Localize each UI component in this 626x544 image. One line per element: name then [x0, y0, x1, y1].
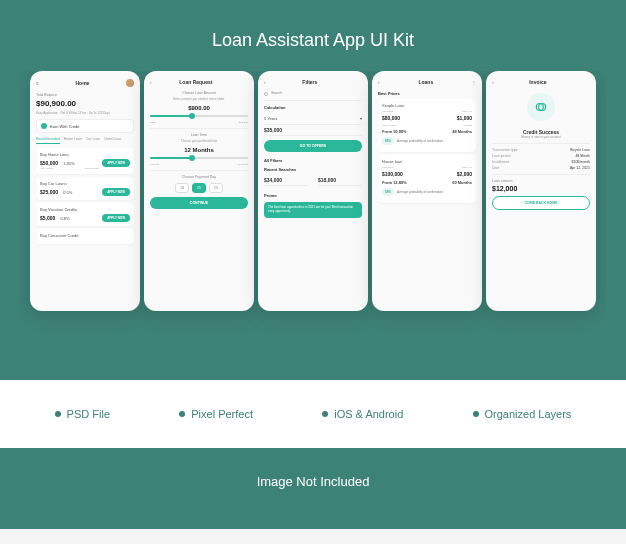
sub-label: Subscribe: [382, 166, 393, 169]
promo-card[interactable]: The best loan opportunities in 2021 are …: [264, 202, 362, 218]
from-value: From 10.00%: [382, 129, 407, 134]
amount-label: Choose Loan Amount: [150, 91, 248, 95]
bullet-icon: [473, 411, 479, 417]
loan-card[interactable]: Buy Home Loan $50,000 1.35% APPLY NOW Mi…: [36, 148, 134, 174]
hero-title: Loan Assistant App UI Kit: [20, 30, 606, 51]
earn-card[interactable]: Earn With Credit: [36, 119, 134, 133]
amount-field[interactable]: $35,000: [264, 125, 362, 136]
recent-item[interactable]: $34,000: [264, 175, 308, 186]
detail-value: Bicycle Loan: [570, 148, 590, 152]
all-filters-label: All Filters: [264, 158, 362, 163]
filter-icon[interactable]: ⋮: [472, 80, 476, 85]
loan-name: Buy Vacation Credits: [40, 207, 130, 212]
feature-item: Pixel Perfect: [179, 408, 253, 420]
day-chip-15[interactable]: 15: [192, 183, 206, 193]
loan-amount: $25,000: [40, 189, 58, 195]
detail-value: $100/month: [572, 160, 591, 164]
months-label: Months: [464, 124, 472, 127]
loan-name: Buy Home Loan: [40, 152, 130, 157]
term-max: 36 month: [238, 163, 248, 166]
loan-name: Buy Car Loans: [40, 181, 130, 186]
detail-label: Date: [492, 166, 499, 170]
hero-section: Loan Assistant App UI Kit ≡ Home Total B…: [0, 0, 626, 380]
tab-home-loan[interactable]: Home Loan: [64, 137, 82, 144]
bullet-icon: [322, 411, 328, 417]
term-dropdown[interactable]: 5 Years ▾: [264, 113, 362, 125]
amount-sub: Enter amount you need or move slider: [150, 97, 248, 101]
day-chip-25[interactable]: 25: [209, 183, 223, 193]
rate-label: Rate (%): [462, 166, 472, 169]
tab-recommended[interactable]: Recommended: [36, 137, 60, 144]
recent-row: $34,000 $18,000: [264, 175, 362, 189]
page-title: Home: [39, 80, 126, 86]
detail-value: Apr 12, 2021: [570, 166, 590, 170]
payday-label: Choose Payment Day: [150, 175, 248, 179]
from-label: From 10.00%: [382, 124, 397, 127]
offer-rate: $2,000: [457, 171, 472, 177]
term-value: 5 Years: [264, 116, 277, 121]
recent-item[interactable]: $18,000: [318, 175, 362, 186]
amount-label: Loan amount: [492, 179, 590, 183]
loan-card[interactable]: Buy Consumer Credit: [36, 229, 134, 244]
screen-home: ≡ Home Total Balance $90,900.00 Easy App…: [30, 71, 140, 311]
slider-max: $10,000: [239, 121, 248, 124]
invoice-amount: $12,000: [492, 185, 590, 192]
promo-label: Promo: [264, 193, 362, 198]
tagline: Easy Application · Get It Within 24 hrs …: [36, 111, 134, 115]
offer-rate: $1,000: [457, 115, 472, 121]
loan-card[interactable]: Buy Car Loans $25,000 0.5% APPLY NOW: [36, 177, 134, 200]
term-slider[interactable]: [150, 157, 248, 159]
come-back-home-button[interactable]: COME BACK HOME: [492, 196, 590, 210]
detail-label: Installment: [492, 160, 509, 164]
loan-offer-card[interactable]: Simple Loan Subscribe Rate (%) $80,000 $…: [378, 99, 476, 152]
success-icon: [527, 93, 555, 121]
offer-amount: $80,000: [382, 115, 400, 121]
term-min: 3 month: [150, 163, 159, 166]
detail-label: Transaction type: [492, 148, 518, 152]
loan-name: Simple Loan: [382, 103, 472, 108]
amount-slider[interactable]: [150, 115, 248, 117]
probability-badge: 80%: [382, 137, 394, 145]
apply-button[interactable]: APPLY NOW: [102, 188, 130, 196]
min-label: Min Amount: [40, 167, 53, 170]
page-title: Filters: [266, 79, 354, 85]
search-placeholder: Search: [271, 91, 282, 95]
months-value: 48 Months: [452, 129, 472, 134]
screen-loans: ‹ Loans ⋮ Best Prices Simple Loan Subscr…: [372, 71, 482, 311]
page-title: Loan Request: [152, 79, 240, 85]
loan-offer-card[interactable]: House loan Subscribe Rate (%) $100,000 $…: [378, 155, 476, 203]
earn-label: Earn With Credit: [50, 124, 79, 129]
apply-button[interactable]: APPLY NOW: [102, 214, 130, 222]
loan-name: Buy Consumer Credit: [40, 233, 130, 238]
probability-badge: 58%: [382, 188, 394, 196]
rate-label: Interest Rate: [84, 167, 98, 170]
avatar[interactable]: [126, 79, 134, 87]
footer-text: Image Not Included: [257, 474, 370, 489]
loan-card[interactable]: Buy Vacation Credits $5,000 0.8% APPLY N…: [36, 203, 134, 226]
detail-row: Installment $100/month: [492, 160, 590, 164]
success-sub: Money is now in your account: [492, 135, 590, 139]
term-value: 12 Months: [150, 147, 248, 153]
rate-label: Rate (%): [462, 110, 472, 113]
bullet-icon: [55, 411, 61, 417]
tabs: Recommended Home Loan Car Loan Used Loan: [36, 137, 134, 144]
screen-loan-request: ‹ Loan Request Choose Loan Amount Enter …: [144, 71, 254, 311]
detail-row: Transaction type Bicycle Loan: [492, 148, 590, 152]
tab-car-loan[interactable]: Car Loan: [86, 137, 100, 144]
feature-label: iOS & Android: [334, 408, 403, 420]
feature-item: PSD File: [55, 408, 110, 420]
continue-button[interactable]: CONTINUE: [150, 197, 248, 209]
apply-button[interactable]: APPLY NOW: [102, 159, 130, 167]
calc-label: Calculation: [264, 105, 362, 110]
feature-label: PSD File: [67, 408, 110, 420]
tab-used-loan[interactable]: Used Loan: [104, 137, 121, 144]
slider-min: $100: [150, 121, 156, 124]
search-input[interactable]: Search: [264, 91, 362, 101]
loan-rate: 0.5%: [63, 190, 72, 195]
loan-name: House loan: [382, 159, 472, 164]
day-chip-10[interactable]: 10: [175, 183, 189, 193]
feature-label: Pixel Perfect: [191, 408, 253, 420]
go-to-offers-button[interactable]: GO TO OFFERS: [264, 140, 362, 152]
term-label: Loan Term: [150, 133, 248, 137]
loan-rate: 1.35%: [63, 161, 74, 166]
